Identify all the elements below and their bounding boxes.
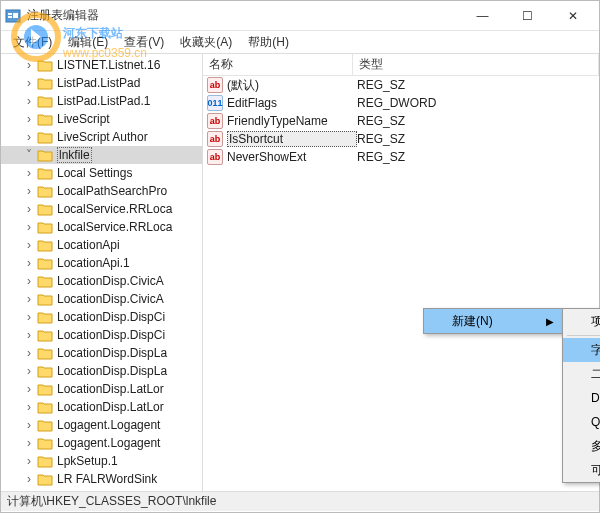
value-name: FriendlyTypeName xyxy=(227,114,357,128)
tree-item[interactable]: ›ListPad.ListPad xyxy=(1,74,202,92)
folder-icon xyxy=(37,130,53,144)
chevron-right-icon: ▶ xyxy=(546,316,554,327)
tree-item[interactable]: ›LR FALRWordSink xyxy=(1,470,202,488)
tree-panel[interactable]: ›LISTNET.Listnet.16›ListPad.ListPad›List… xyxy=(1,54,203,491)
tree-item[interactable]: ›LocationApi.1 xyxy=(1,254,202,272)
tree-item[interactable]: ›LiveScript Author xyxy=(1,128,202,146)
expand-icon[interactable]: › xyxy=(23,436,35,450)
list-row[interactable]: abIsShortcutREG_SZ xyxy=(203,130,599,148)
tree-item[interactable]: ›LocationDisp.LatLor xyxy=(1,398,202,416)
expand-icon[interactable]: › xyxy=(23,274,35,288)
expand-icon[interactable]: › xyxy=(23,184,35,198)
expand-icon[interactable]: › xyxy=(23,328,35,342)
ctx-menu-item[interactable]: 可扩充字符串值(E) xyxy=(563,458,600,482)
tree-item-label: LocalService.RRLoca xyxy=(57,202,172,216)
expand-icon[interactable]: › xyxy=(23,310,35,324)
folder-icon xyxy=(37,328,53,342)
expand-icon[interactable]: › xyxy=(23,112,35,126)
svg-rect-1 xyxy=(8,13,12,15)
ctx-menu-item[interactable]: DWORD (32 位)值(D) xyxy=(563,386,600,410)
folder-icon xyxy=(37,310,53,324)
expand-icon[interactable]: ˅ xyxy=(23,148,35,162)
tree-item[interactable]: ›LocationDisp.CivicA xyxy=(1,290,202,308)
tree-item[interactable]: ›LocationDisp.DispCi xyxy=(1,308,202,326)
ctx-new[interactable]: 新建(N) ▶ xyxy=(424,309,562,333)
ctx-menu-item[interactable]: 项(K) xyxy=(563,309,600,333)
folder-icon xyxy=(37,202,53,216)
folder-icon xyxy=(37,382,53,396)
expand-icon[interactable]: › xyxy=(23,292,35,306)
expand-icon[interactable]: › xyxy=(23,346,35,360)
folder-icon xyxy=(37,472,53,486)
close-button[interactable]: ✕ xyxy=(550,2,595,30)
maximize-button[interactable]: ☐ xyxy=(505,2,550,30)
expand-icon[interactable]: › xyxy=(23,364,35,378)
ctx-menu-item[interactable]: 字符串值(S) xyxy=(563,338,600,362)
svg-rect-2 xyxy=(8,16,12,18)
tree-item-label: Local Settings xyxy=(57,166,132,180)
tree-item[interactable]: ›LocalService.RRLoca xyxy=(1,200,202,218)
window-title: 注册表编辑器 xyxy=(27,7,460,24)
expand-icon[interactable]: › xyxy=(23,454,35,468)
expand-icon[interactable]: › xyxy=(23,130,35,144)
ctx-menu-item[interactable]: QWORD (64 位)值(Q) xyxy=(563,410,600,434)
tree-item[interactable]: ˅lnkfile xyxy=(1,146,202,164)
folder-icon xyxy=(37,364,53,378)
tree-item[interactable]: ›LocationDisp.LatLor xyxy=(1,380,202,398)
ctx-item-label: QWORD (64 位)值(Q) xyxy=(591,414,600,431)
expand-icon[interactable]: › xyxy=(23,220,35,234)
tree-item[interactable]: ›Logagent.Logagent xyxy=(1,434,202,452)
tree-item[interactable]: ›LocalService.RRLoca xyxy=(1,218,202,236)
tree-item[interactable]: ›LiveScript xyxy=(1,110,202,128)
folder-icon xyxy=(37,274,53,288)
list-row[interactable]: abNeverShowExtREG_SZ xyxy=(203,148,599,166)
tree-item[interactable]: ›LocationDisp.DispLa xyxy=(1,344,202,362)
tree-item[interactable]: ›LocationDisp.CivicA xyxy=(1,272,202,290)
expand-icon[interactable]: › xyxy=(23,472,35,486)
tree-item[interactable]: ›LISTNET.Listnet.16 xyxy=(1,56,202,74)
titlebar[interactable]: 注册表编辑器 — ☐ ✕ xyxy=(1,1,599,31)
col-type[interactable]: 类型 xyxy=(353,54,599,75)
menu-edit[interactable]: 编辑(E) xyxy=(60,32,116,53)
folder-icon xyxy=(37,184,53,198)
menu-help[interactable]: 帮助(H) xyxy=(240,32,297,53)
ctx-new-label: 新建(N) xyxy=(452,313,493,330)
window-controls: — ☐ ✕ xyxy=(460,2,595,30)
tree-item-label: ListPad.ListPad xyxy=(57,76,140,90)
col-name[interactable]: 名称 xyxy=(203,54,353,75)
tree-item[interactable]: ›LocalPathSearchPro xyxy=(1,182,202,200)
expand-icon[interactable]: › xyxy=(23,202,35,216)
menu-file[interactable]: 文件(F) xyxy=(5,32,60,53)
tree-item-label: LocalService.RRLoca xyxy=(57,220,172,234)
minimize-button[interactable]: — xyxy=(460,2,505,30)
list-row[interactable]: abFriendlyTypeNameREG_SZ xyxy=(203,112,599,130)
expand-icon[interactable]: › xyxy=(23,382,35,396)
expand-icon[interactable]: › xyxy=(23,418,35,432)
list-row[interactable]: ab(默认)REG_SZ xyxy=(203,76,599,94)
menu-view[interactable]: 查看(V) xyxy=(116,32,172,53)
value-type: REG_DWORD xyxy=(357,96,436,110)
tree-item[interactable]: ›LpkSetup.1 xyxy=(1,452,202,470)
tree-item[interactable]: ›Logagent.Logagent xyxy=(1,416,202,434)
tree-item[interactable]: ›LocationDisp.DispLa xyxy=(1,362,202,380)
expand-icon[interactable]: › xyxy=(23,76,35,90)
tree-item[interactable]: ›ListPad.ListPad.1 xyxy=(1,92,202,110)
menu-favorites[interactable]: 收藏夹(A) xyxy=(172,32,240,53)
ctx-menu-item[interactable]: 二进制值(B) xyxy=(563,362,600,386)
list-panel[interactable]: 名称 类型 ab(默认)REG_SZ011EditFlagsREG_DWORDa… xyxy=(203,54,599,491)
expand-icon[interactable]: › xyxy=(23,400,35,414)
tree-item-label: LocationDisp.LatLor xyxy=(57,400,164,414)
expand-icon[interactable]: › xyxy=(23,94,35,108)
tree-item[interactable]: ›LocationDisp.DispCi xyxy=(1,326,202,344)
ctx-menu-item[interactable]: 多字符串值(M) xyxy=(563,434,600,458)
expand-icon[interactable]: › xyxy=(23,256,35,270)
expand-icon[interactable]: › xyxy=(23,238,35,252)
value-type: REG_SZ xyxy=(357,114,405,128)
tree-item[interactable]: ›Local Settings xyxy=(1,164,202,182)
tree-item[interactable]: ›LocationApi xyxy=(1,236,202,254)
expand-icon[interactable]: › xyxy=(23,58,35,72)
expand-icon[interactable]: › xyxy=(23,166,35,180)
list-row[interactable]: 011EditFlagsREG_DWORD xyxy=(203,94,599,112)
tree-item-label: LocationDisp.CivicA xyxy=(57,274,164,288)
value-type-icon: ab xyxy=(207,113,223,129)
